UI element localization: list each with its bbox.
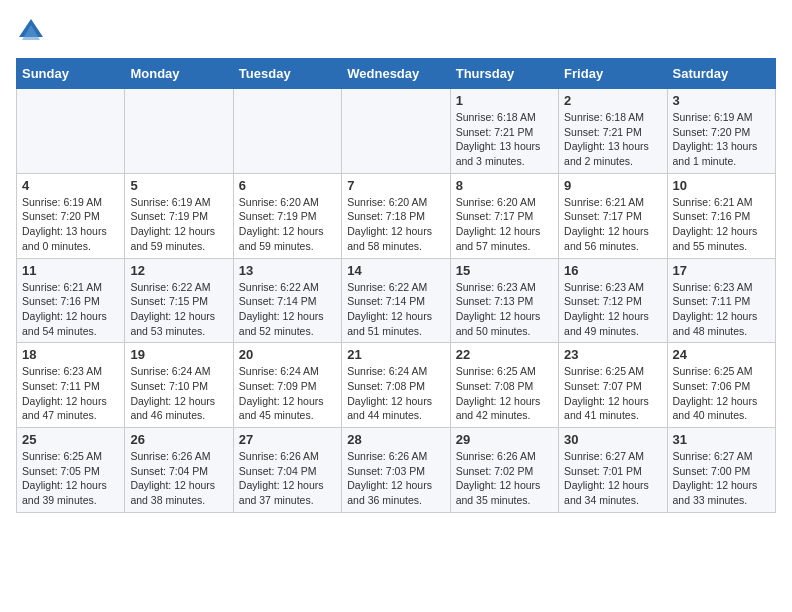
day-info: Sunrise: 6:23 AM Sunset: 7:11 PM Dayligh… [22,364,119,423]
cell-w2-d6: 9Sunrise: 6:21 AM Sunset: 7:17 PM Daylig… [559,173,667,258]
day-number: 9 [564,178,661,193]
header-tuesday: Tuesday [233,59,341,89]
week-row-1: 1Sunrise: 6:18 AM Sunset: 7:21 PM Daylig… [17,89,776,174]
day-info: Sunrise: 6:23 AM Sunset: 7:13 PM Dayligh… [456,280,553,339]
logo-icon [16,16,46,46]
day-info: Sunrise: 6:18 AM Sunset: 7:21 PM Dayligh… [456,110,553,169]
header-thursday: Thursday [450,59,558,89]
cell-w2-d4: 7Sunrise: 6:20 AM Sunset: 7:18 PM Daylig… [342,173,450,258]
day-info: Sunrise: 6:26 AM Sunset: 7:03 PM Dayligh… [347,449,444,508]
cell-w3-d1: 11Sunrise: 6:21 AM Sunset: 7:16 PM Dayli… [17,258,125,343]
day-number: 21 [347,347,444,362]
day-info: Sunrise: 6:26 AM Sunset: 7:04 PM Dayligh… [130,449,227,508]
cell-w4-d3: 20Sunrise: 6:24 AM Sunset: 7:09 PM Dayli… [233,343,341,428]
day-info: Sunrise: 6:20 AM Sunset: 7:19 PM Dayligh… [239,195,336,254]
day-number: 24 [673,347,770,362]
cell-w2-d5: 8Sunrise: 6:20 AM Sunset: 7:17 PM Daylig… [450,173,558,258]
day-info: Sunrise: 6:22 AM Sunset: 7:14 PM Dayligh… [239,280,336,339]
cell-w2-d3: 6Sunrise: 6:20 AM Sunset: 7:19 PM Daylig… [233,173,341,258]
day-info: Sunrise: 6:26 AM Sunset: 7:04 PM Dayligh… [239,449,336,508]
day-number: 15 [456,263,553,278]
day-info: Sunrise: 6:21 AM Sunset: 7:16 PM Dayligh… [22,280,119,339]
day-number: 4 [22,178,119,193]
day-number: 12 [130,263,227,278]
day-number: 16 [564,263,661,278]
day-number: 11 [22,263,119,278]
day-info: Sunrise: 6:24 AM Sunset: 7:10 PM Dayligh… [130,364,227,423]
cell-w5-d3: 27Sunrise: 6:26 AM Sunset: 7:04 PM Dayli… [233,428,341,513]
cell-w3-d6: 16Sunrise: 6:23 AM Sunset: 7:12 PM Dayli… [559,258,667,343]
day-info: Sunrise: 6:23 AM Sunset: 7:11 PM Dayligh… [673,280,770,339]
cell-w4-d2: 19Sunrise: 6:24 AM Sunset: 7:10 PM Dayli… [125,343,233,428]
cell-w4-d5: 22Sunrise: 6:25 AM Sunset: 7:08 PM Dayli… [450,343,558,428]
week-row-5: 25Sunrise: 6:25 AM Sunset: 7:05 PM Dayli… [17,428,776,513]
day-info: Sunrise: 6:25 AM Sunset: 7:06 PM Dayligh… [673,364,770,423]
logo [16,16,50,46]
cell-w1-d7: 3Sunrise: 6:19 AM Sunset: 7:20 PM Daylig… [667,89,775,174]
header-friday: Friday [559,59,667,89]
day-info: Sunrise: 6:25 AM Sunset: 7:05 PM Dayligh… [22,449,119,508]
day-number: 13 [239,263,336,278]
day-info: Sunrise: 6:20 AM Sunset: 7:18 PM Dayligh… [347,195,444,254]
day-number: 8 [456,178,553,193]
day-number: 19 [130,347,227,362]
day-number: 29 [456,432,553,447]
day-number: 1 [456,93,553,108]
cell-w4-d1: 18Sunrise: 6:23 AM Sunset: 7:11 PM Dayli… [17,343,125,428]
day-number: 31 [673,432,770,447]
cell-w4-d4: 21Sunrise: 6:24 AM Sunset: 7:08 PM Dayli… [342,343,450,428]
cell-w3-d3: 13Sunrise: 6:22 AM Sunset: 7:14 PM Dayli… [233,258,341,343]
calendar-table: SundayMondayTuesdayWednesdayThursdayFrid… [16,58,776,513]
cell-w3-d5: 15Sunrise: 6:23 AM Sunset: 7:13 PM Dayli… [450,258,558,343]
day-number: 20 [239,347,336,362]
day-number: 23 [564,347,661,362]
day-info: Sunrise: 6:18 AM Sunset: 7:21 PM Dayligh… [564,110,661,169]
day-number: 18 [22,347,119,362]
day-info: Sunrise: 6:20 AM Sunset: 7:17 PM Dayligh… [456,195,553,254]
cell-w1-d6: 2Sunrise: 6:18 AM Sunset: 7:21 PM Daylig… [559,89,667,174]
cell-w1-d5: 1Sunrise: 6:18 AM Sunset: 7:21 PM Daylig… [450,89,558,174]
day-info: Sunrise: 6:24 AM Sunset: 7:08 PM Dayligh… [347,364,444,423]
day-info: Sunrise: 6:25 AM Sunset: 7:07 PM Dayligh… [564,364,661,423]
day-info: Sunrise: 6:22 AM Sunset: 7:14 PM Dayligh… [347,280,444,339]
day-info: Sunrise: 6:26 AM Sunset: 7:02 PM Dayligh… [456,449,553,508]
cell-w1-d2 [125,89,233,174]
day-info: Sunrise: 6:19 AM Sunset: 7:20 PM Dayligh… [22,195,119,254]
header-monday: Monday [125,59,233,89]
week-row-4: 18Sunrise: 6:23 AM Sunset: 7:11 PM Dayli… [17,343,776,428]
day-number: 22 [456,347,553,362]
day-info: Sunrise: 6:25 AM Sunset: 7:08 PM Dayligh… [456,364,553,423]
day-number: 2 [564,93,661,108]
day-number: 30 [564,432,661,447]
cell-w3-d4: 14Sunrise: 6:22 AM Sunset: 7:14 PM Dayli… [342,258,450,343]
day-info: Sunrise: 6:21 AM Sunset: 7:17 PM Dayligh… [564,195,661,254]
day-number: 26 [130,432,227,447]
day-info: Sunrise: 6:27 AM Sunset: 7:01 PM Dayligh… [564,449,661,508]
week-row-3: 11Sunrise: 6:21 AM Sunset: 7:16 PM Dayli… [17,258,776,343]
header-row: SundayMondayTuesdayWednesdayThursdayFrid… [17,59,776,89]
cell-w4-d7: 24Sunrise: 6:25 AM Sunset: 7:06 PM Dayli… [667,343,775,428]
cell-w5-d2: 26Sunrise: 6:26 AM Sunset: 7:04 PM Dayli… [125,428,233,513]
day-number: 28 [347,432,444,447]
cell-w5-d1: 25Sunrise: 6:25 AM Sunset: 7:05 PM Dayli… [17,428,125,513]
day-number: 7 [347,178,444,193]
day-number: 3 [673,93,770,108]
day-info: Sunrise: 6:22 AM Sunset: 7:15 PM Dayligh… [130,280,227,339]
week-row-2: 4Sunrise: 6:19 AM Sunset: 7:20 PM Daylig… [17,173,776,258]
day-number: 14 [347,263,444,278]
cell-w1-d3 [233,89,341,174]
cell-w5-d6: 30Sunrise: 6:27 AM Sunset: 7:01 PM Dayli… [559,428,667,513]
cell-w5-d5: 29Sunrise: 6:26 AM Sunset: 7:02 PM Dayli… [450,428,558,513]
cell-w2-d1: 4Sunrise: 6:19 AM Sunset: 7:20 PM Daylig… [17,173,125,258]
cell-w5-d7: 31Sunrise: 6:27 AM Sunset: 7:00 PM Dayli… [667,428,775,513]
header-wednesday: Wednesday [342,59,450,89]
header-saturday: Saturday [667,59,775,89]
day-number: 25 [22,432,119,447]
header-sunday: Sunday [17,59,125,89]
day-info: Sunrise: 6:27 AM Sunset: 7:00 PM Dayligh… [673,449,770,508]
day-number: 17 [673,263,770,278]
cell-w1-d4 [342,89,450,174]
day-info: Sunrise: 6:24 AM Sunset: 7:09 PM Dayligh… [239,364,336,423]
day-number: 10 [673,178,770,193]
day-info: Sunrise: 6:21 AM Sunset: 7:16 PM Dayligh… [673,195,770,254]
